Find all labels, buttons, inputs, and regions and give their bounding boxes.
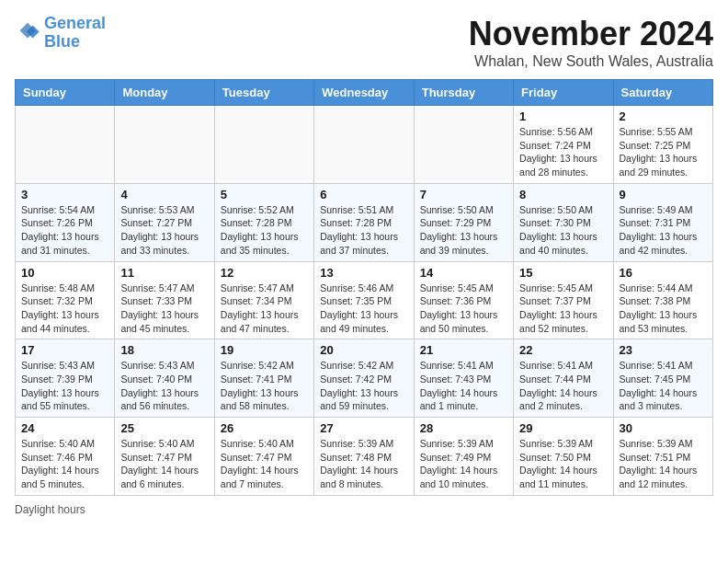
day-number: 7	[420, 188, 507, 201]
calendar-cell: 19Sunrise: 5:42 AM Sunset: 7:41 PM Dayli…	[214, 339, 313, 418]
week-row-1: 1Sunrise: 5:56 AM Sunset: 7:24 PM Daylig…	[16, 106, 713, 184]
day-info: Sunrise: 5:47 AM Sunset: 7:34 PM Dayligh…	[221, 282, 308, 336]
calendar-cell: 24Sunrise: 5:40 AM Sunset: 7:46 PM Dayli…	[16, 418, 115, 496]
calendar-header: SundayMondayTuesdayWednesdayThursdayFrid…	[16, 80, 713, 106]
day-number: 25	[120, 421, 208, 435]
day-number: 16	[620, 266, 707, 280]
day-number: 1	[519, 109, 607, 123]
day-info: Sunrise: 5:46 AM Sunset: 7:35 PM Dayligh…	[320, 282, 407, 336]
day-number: 17	[21, 343, 108, 357]
day-info: Sunrise: 5:55 AM Sunset: 7:25 PM Dayligh…	[620, 125, 707, 179]
calendar-cell: 14Sunrise: 5:45 AM Sunset: 7:36 PM Dayli…	[414, 261, 513, 339]
calendar-cell	[314, 106, 414, 184]
day-info: Sunrise: 5:42 AM Sunset: 7:41 PM Dayligh…	[221, 359, 308, 413]
day-number: 5	[221, 188, 308, 201]
day-info: Sunrise: 5:50 AM Sunset: 7:29 PM Dayligh…	[420, 203, 507, 258]
day-info: Sunrise: 5:45 AM Sunset: 7:37 PM Dayligh…	[519, 282, 607, 336]
day-info: Sunrise: 5:39 AM Sunset: 7:49 PM Dayligh…	[420, 437, 507, 491]
footer: Daylight hours	[15, 503, 713, 516]
calendar-cell: 23Sunrise: 5:41 AM Sunset: 7:45 PM Dayli…	[613, 339, 712, 418]
calendar-cell: 30Sunrise: 5:39 AM Sunset: 7:51 PM Dayli…	[613, 418, 712, 496]
day-number: 18	[120, 343, 208, 357]
day-number: 30	[620, 421, 707, 435]
calendar-cell: 10Sunrise: 5:48 AM Sunset: 7:32 PM Dayli…	[16, 261, 115, 339]
calendar-cell: 20Sunrise: 5:42 AM Sunset: 7:42 PM Dayli…	[314, 339, 414, 418]
calendar-body: 1Sunrise: 5:56 AM Sunset: 7:24 PM Daylig…	[16, 106, 713, 496]
calendar-cell: 5Sunrise: 5:52 AM Sunset: 7:28 PM Daylig…	[214, 183, 313, 261]
day-info: Sunrise: 5:40 AM Sunset: 7:47 PM Dayligh…	[120, 437, 208, 491]
day-number: 29	[519, 421, 607, 435]
logo-line2: Blue	[44, 32, 80, 51]
logo-line1: General	[44, 14, 106, 32]
weekday-header-tuesday: Tuesday	[214, 80, 313, 106]
calendar-table: SundayMondayTuesdayWednesdayThursdayFrid…	[15, 79, 713, 496]
day-number: 24	[21, 421, 108, 435]
day-info: Sunrise: 5:47 AM Sunset: 7:33 PM Dayligh…	[120, 282, 208, 336]
day-number: 23	[620, 343, 707, 357]
calendar-cell: 9Sunrise: 5:49 AM Sunset: 7:31 PM Daylig…	[613, 183, 712, 261]
day-number: 22	[519, 343, 607, 357]
day-info: Sunrise: 5:51 AM Sunset: 7:28 PM Dayligh…	[320, 203, 407, 258]
calendar-cell: 28Sunrise: 5:39 AM Sunset: 7:49 PM Dayli…	[414, 418, 513, 496]
calendar-cell: 2Sunrise: 5:55 AM Sunset: 7:25 PM Daylig…	[613, 106, 712, 184]
day-info: Sunrise: 5:45 AM Sunset: 7:36 PM Dayligh…	[420, 282, 507, 336]
day-info: Sunrise: 5:53 AM Sunset: 7:27 PM Dayligh…	[120, 203, 208, 258]
week-row-2: 3Sunrise: 5:54 AM Sunset: 7:26 PM Daylig…	[16, 183, 713, 261]
calendar-cell: 7Sunrise: 5:50 AM Sunset: 7:29 PM Daylig…	[414, 183, 513, 261]
day-number: 12	[221, 266, 308, 280]
calendar-cell: 11Sunrise: 5:47 AM Sunset: 7:33 PM Dayli…	[115, 261, 214, 339]
calendar-cell: 6Sunrise: 5:51 AM Sunset: 7:28 PM Daylig…	[314, 183, 414, 261]
day-info: Sunrise: 5:52 AM Sunset: 7:28 PM Dayligh…	[221, 203, 308, 258]
calendar-cell: 17Sunrise: 5:43 AM Sunset: 7:39 PM Dayli…	[16, 339, 115, 418]
weekday-row: SundayMondayTuesdayWednesdayThursdayFrid…	[16, 80, 713, 106]
calendar-cell: 13Sunrise: 5:46 AM Sunset: 7:35 PM Dayli…	[314, 261, 414, 339]
day-info: Sunrise: 5:39 AM Sunset: 7:50 PM Dayligh…	[519, 437, 607, 491]
logo-text: General Blue	[44, 15, 106, 52]
calendar-cell: 16Sunrise: 5:44 AM Sunset: 7:38 PM Dayli…	[613, 261, 712, 339]
calendar-cell	[214, 106, 313, 184]
day-number: 10	[21, 266, 108, 280]
day-number: 2	[620, 109, 707, 123]
calendar-cell: 12Sunrise: 5:47 AM Sunset: 7:34 PM Dayli…	[214, 261, 313, 339]
week-row-3: 10Sunrise: 5:48 AM Sunset: 7:32 PM Dayli…	[16, 261, 713, 339]
day-info: Sunrise: 5:41 AM Sunset: 7:45 PM Dayligh…	[620, 359, 707, 413]
day-info: Sunrise: 5:48 AM Sunset: 7:32 PM Dayligh…	[21, 282, 108, 336]
weekday-header-saturday: Saturday	[613, 80, 712, 106]
week-row-5: 24Sunrise: 5:40 AM Sunset: 7:46 PM Dayli…	[16, 418, 713, 496]
day-info: Sunrise: 5:40 AM Sunset: 7:47 PM Dayligh…	[221, 437, 308, 491]
calendar-cell: 26Sunrise: 5:40 AM Sunset: 7:47 PM Dayli…	[214, 418, 313, 496]
day-number: 3	[21, 188, 108, 201]
day-number: 4	[120, 188, 208, 201]
weekday-header-monday: Monday	[115, 80, 214, 106]
day-number: 11	[120, 266, 208, 280]
day-number: 8	[519, 188, 607, 201]
day-info: Sunrise: 5:39 AM Sunset: 7:51 PM Dayligh…	[620, 437, 707, 491]
day-number: 14	[420, 266, 507, 280]
calendar-cell	[16, 106, 115, 184]
calendar-cell: 15Sunrise: 5:45 AM Sunset: 7:37 PM Dayli…	[514, 261, 613, 339]
week-row-4: 17Sunrise: 5:43 AM Sunset: 7:39 PM Dayli…	[16, 339, 713, 418]
page-header: General Blue November 2024 Whalan, New S…	[15, 15, 713, 70]
weekday-header-wednesday: Wednesday	[314, 80, 414, 106]
day-info: Sunrise: 5:54 AM Sunset: 7:26 PM Dayligh…	[21, 203, 108, 258]
calendar-cell: 22Sunrise: 5:41 AM Sunset: 7:44 PM Dayli…	[514, 339, 613, 418]
calendar-cell: 3Sunrise: 5:54 AM Sunset: 7:26 PM Daylig…	[16, 183, 115, 261]
day-number: 28	[420, 421, 507, 435]
day-number: 26	[221, 421, 308, 435]
title-block: November 2024 Whalan, New South Wales, A…	[469, 15, 713, 70]
weekday-header-friday: Friday	[514, 80, 613, 106]
weekday-header-thursday: Thursday	[414, 80, 513, 106]
day-info: Sunrise: 5:49 AM Sunset: 7:31 PM Dayligh…	[620, 203, 707, 258]
day-info: Sunrise: 5:43 AM Sunset: 7:39 PM Dayligh…	[21, 359, 108, 413]
month-title: November 2024	[469, 15, 713, 53]
day-info: Sunrise: 5:50 AM Sunset: 7:30 PM Dayligh…	[519, 203, 607, 258]
logo: General Blue	[15, 15, 106, 52]
day-info: Sunrise: 5:42 AM Sunset: 7:42 PM Dayligh…	[320, 359, 407, 413]
day-number: 19	[221, 343, 308, 357]
location: Whalan, New South Wales, Australia	[469, 53, 713, 70]
day-number: 15	[519, 266, 607, 280]
day-number: 13	[320, 266, 407, 280]
day-number: 20	[320, 343, 407, 357]
calendar-cell	[115, 106, 214, 184]
logo-icon	[15, 20, 40, 46]
